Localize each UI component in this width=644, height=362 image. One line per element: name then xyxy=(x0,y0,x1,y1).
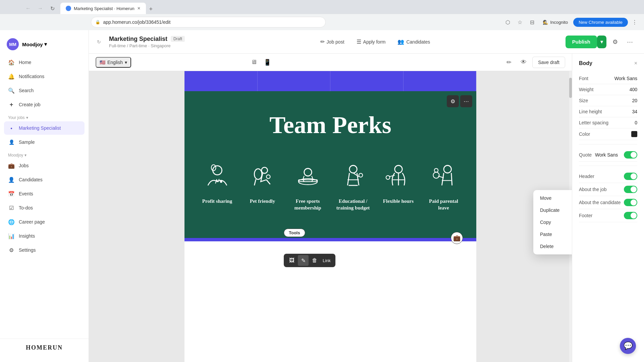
browser-reload-btn[interactable]: ↻ xyxy=(47,3,58,14)
chevron-down-icon: ▾ xyxy=(44,41,47,47)
browser-back-btn[interactable]: ← xyxy=(23,3,34,14)
header-toggle[interactable] xyxy=(624,173,637,180)
scroll-thumb[interactable] xyxy=(569,78,572,98)
panel-close-btn[interactable]: × xyxy=(634,60,637,66)
svg-point-13 xyxy=(444,166,451,173)
desktop-view-btn[interactable]: 🖥 xyxy=(248,56,260,68)
link-label: Link xyxy=(321,258,333,263)
eye-icon-btn[interactable]: 👁 xyxy=(518,56,530,68)
address-bar-url[interactable]: app.homerun.co/job/336451/edit xyxy=(103,19,170,25)
chat-btn[interactable]: 💬 xyxy=(620,338,636,354)
trash-btn[interactable]: 🗑 xyxy=(309,255,320,266)
perks-section: ⚙ ⋯ Team Perks Tools 💼 🖼 ✎ xyxy=(184,91,476,238)
about-job-label: About the job xyxy=(579,187,607,192)
more-options-btn[interactable]: ⋯ xyxy=(624,36,636,48)
about-job-toggle[interactable] xyxy=(624,186,637,193)
perk-item-parental: Paid parental leave xyxy=(424,159,463,211)
browser-menu-btn[interactable]: ⋮ xyxy=(629,17,640,27)
sidebar-item-events[interactable]: 📅 Events xyxy=(4,187,85,200)
pencil-icon-btn[interactable]: ✏ xyxy=(503,56,515,68)
context-move[interactable]: Move xyxy=(533,192,572,204)
mobile-view-btn[interactable]: 📱 xyxy=(261,56,273,68)
sidebar-item-candidates[interactable]: 👤 Candidates xyxy=(4,173,85,186)
browser-sidebar-btn[interactable]: ⊟ xyxy=(527,17,537,27)
sidebar-item-create-job[interactable]: + Create job xyxy=(4,98,85,111)
browser-tab[interactable]: Marketing Specialist · Homerun ✕ xyxy=(60,3,146,14)
color-label: Color xyxy=(579,131,590,137)
job-post-btn[interactable]: ✏ Job post xyxy=(315,36,350,48)
apply-form-btn[interactable]: ☰ Apply form xyxy=(351,36,391,48)
save-draft-btn[interactable]: Save draft xyxy=(532,57,565,68)
about-candidate-label: About the candidate xyxy=(579,200,621,205)
svg-point-12 xyxy=(386,176,389,179)
block-settings-btn[interactable]: ⚙ xyxy=(447,95,459,107)
sidebar-item-settings[interactable]: ⚙ Settings xyxy=(4,243,85,257)
footer-toggle[interactable] xyxy=(624,212,637,219)
refresh-icon[interactable]: ↻ xyxy=(97,39,101,45)
bell-icon: 🔔 xyxy=(8,73,15,80)
language-btn[interactable]: 🇺🇸 English ▾ xyxy=(96,57,131,68)
quote-label: Quote xyxy=(579,152,592,158)
sidebar-item-marketing-specialist[interactable]: ● Marketing Specialist xyxy=(4,121,85,135)
sidebar-item-search[interactable]: 🔍 Search xyxy=(4,84,85,97)
form-icon: ☰ xyxy=(357,39,361,45)
job-dot-icon: ● xyxy=(8,125,15,131)
svg-point-15 xyxy=(434,169,438,172)
svg-point-11 xyxy=(394,166,402,173)
browser-bookmark-btn[interactable]: ☆ xyxy=(515,17,525,27)
about-candidate-toggle[interactable] xyxy=(624,199,637,206)
sidebar-item-notifications[interactable]: 🔔 Notifications xyxy=(4,70,85,83)
context-copy[interactable]: Copy xyxy=(533,216,572,228)
sidebar-item-career-page[interactable]: 🌐 Career page xyxy=(4,215,85,229)
tools-label: Tools xyxy=(284,229,305,237)
tab-favicon xyxy=(66,6,71,11)
link-edit-btn[interactable]: ✎ xyxy=(298,255,309,266)
perk-label: Flexible hours xyxy=(383,198,414,205)
tab-close-btn[interactable]: ✕ xyxy=(137,6,141,11)
context-duplicate[interactable]: Duplicate xyxy=(533,204,572,216)
svg-point-5 xyxy=(266,175,270,179)
new-tab-btn[interactable]: + xyxy=(146,4,156,14)
settings-icon-btn[interactable]: ⚙ xyxy=(609,36,621,48)
events-icon: 📅 xyxy=(8,190,15,197)
browser-forward-btn[interactable]: → xyxy=(35,3,46,14)
perk-item-flexible: Flexible hours xyxy=(379,159,418,211)
perk-label: Free sports membership xyxy=(288,198,327,211)
font-label: Font xyxy=(579,76,588,81)
sidebar-item-sample[interactable]: 👤 Sample xyxy=(4,135,85,149)
svg-point-10 xyxy=(359,173,362,177)
perk-item-educational: Educational / training budget xyxy=(334,159,372,211)
perk-label: Paid parental leave xyxy=(424,198,463,211)
new-chrome-btn[interactable]: New Chrome available xyxy=(573,18,628,27)
sidebar-item-todos[interactable]: ☑ To-dos xyxy=(4,201,85,215)
company-name[interactable]: Moodjoy ▾ xyxy=(22,41,47,47)
chevron-down-icon: ▾ xyxy=(125,60,127,65)
floating-toolbar: 🖼 ✎ 🗑 Link xyxy=(284,254,335,267)
users-icon: 👥 xyxy=(397,39,404,45)
publish-dropdown-btn[interactable]: ▾ xyxy=(597,36,606,48)
sidebar-item-insights[interactable]: 📊 Insights xyxy=(4,229,85,243)
flag-icon: 🇺🇸 xyxy=(100,60,105,65)
block-more-btn[interactable]: ⋯ xyxy=(460,95,472,107)
publish-btn[interactable]: Publish xyxy=(566,36,597,48)
browser-chrome: ← → ↻ Marketing Specialist · Homerun ✕ +… xyxy=(0,0,644,30)
sidebar: MM Moodjoy ▾ 🏠 Home 🔔 Notifications 🔍 Se… xyxy=(0,30,89,362)
jobs-icon: 💼 xyxy=(8,162,15,169)
career-page-icon: 🌐 xyxy=(8,219,15,225)
search-icon: 🔍 xyxy=(8,87,15,94)
your-jobs-section: Your jobs ▾ xyxy=(0,111,89,121)
weight-value: 400 xyxy=(630,87,637,92)
context-paste[interactable]: Paste xyxy=(533,228,572,240)
svg-point-9 xyxy=(349,166,357,173)
tab-label: Marketing Specialist · Homerun xyxy=(74,6,135,11)
context-delete[interactable]: Delete xyxy=(533,240,572,252)
image-btn[interactable]: 🖼 xyxy=(286,255,297,266)
sidebar-item-home[interactable]: 🏠 Home xyxy=(4,56,85,69)
quote-toggle[interactable] xyxy=(624,151,637,159)
candidates-btn[interactable]: 👥 Candidates xyxy=(392,36,435,48)
sidebar-item-jobs[interactable]: 💼 Jobs xyxy=(4,159,85,172)
color-swatch[interactable] xyxy=(631,131,637,137)
browser-extensions-btn[interactable]: ⬡ xyxy=(502,17,513,27)
homerun-logo: HOMERUN xyxy=(7,344,82,351)
settings-icon: ⚙ xyxy=(8,247,15,253)
